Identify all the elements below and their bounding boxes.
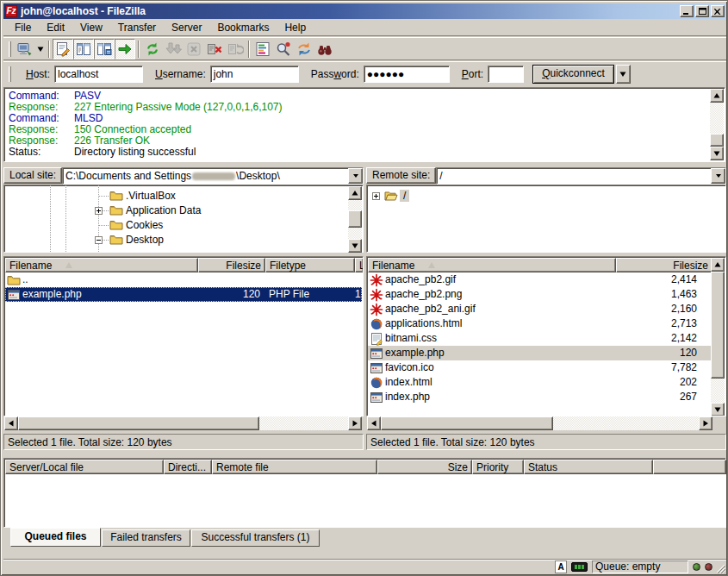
local-directory-tree[interactable]: .VirtualBoxApplication DataCookiesDeskto… — [3, 185, 364, 253]
file-row[interactable]: example.php120PHP File1 — [5, 287, 362, 302]
column-header-filename[interactable]: Filename — [368, 258, 616, 272]
file-row[interactable]: bitnami.css2,142 — [368, 331, 711, 346]
reconnect-button[interactable] — [225, 39, 246, 59]
local-list-hscrollbar[interactable] — [4, 416, 362, 430]
scroll-left-button[interactable] — [367, 416, 381, 430]
quickconnect-button[interactable]: Quickconnect — [532, 65, 614, 84]
menu-bookmarks[interactable]: Bookmarks — [209, 20, 277, 35]
menu-file[interactable]: File — [7, 20, 39, 35]
site-manager-button[interactable] — [14, 39, 34, 59]
column-header-filesize[interactable]: Filesize — [616, 258, 712, 272]
tree-item[interactable]: Cookies — [126, 219, 163, 231]
scroll-left-button[interactable] — [4, 416, 18, 430]
scroll-down-button[interactable] — [711, 403, 725, 416]
file-row[interactable]: apache_pb2.gif2,414 — [368, 272, 711, 287]
tree-item[interactable]: Desktop — [126, 234, 164, 246]
scroll-down-button[interactable] — [348, 239, 362, 253]
tree-expander-plus[interactable] — [95, 207, 103, 215]
local-tree-scrollbar[interactable] — [348, 186, 362, 253]
scroll-up-button[interactable] — [710, 89, 724, 103]
file-row[interactable]: applications.html2,713 — [368, 316, 711, 331]
title-bar[interactable]: Fz john@localhost - FileZilla — [3, 3, 726, 19]
host-input[interactable]: localhost — [54, 66, 143, 83]
scroll-thumb[interactable] — [18, 416, 259, 430]
remote-list-vscrollbar[interactable] — [711, 258, 725, 416]
file-row[interactable]: example.php120 — [368, 346, 711, 360]
minimize-button[interactable] — [680, 5, 694, 17]
queue-column-size[interactable]: Size — [377, 460, 472, 474]
scroll-thumb[interactable] — [711, 272, 725, 379]
disconnect-button[interactable] — [204, 39, 225, 59]
remote-list-hscrollbar[interactable] — [367, 416, 712, 430]
username-input[interactable]: john — [210, 66, 299, 83]
maximize-button[interactable] — [695, 5, 709, 17]
tree-expander-plus[interactable] — [372, 192, 380, 200]
local-path-dropdown-button[interactable] — [348, 168, 363, 184]
scroll-up-button[interactable] — [348, 186, 362, 200]
scroll-thumb[interactable] — [348, 210, 362, 228]
site-manager-dropdown-button[interactable] — [34, 39, 46, 59]
port-input[interactable] — [488, 66, 524, 83]
local-site-path-combo[interactable]: C:\Documents and Settings\Desktop\ — [62, 167, 364, 185]
quickconnect-dropdown-button[interactable] — [616, 65, 631, 84]
column-header-filetype[interactable]: Filetype — [265, 258, 355, 272]
queue-column-serverlocalfile[interactable]: Server/Local file — [5, 460, 164, 474]
tree-expander-minus[interactable] — [95, 236, 103, 244]
toggle-local-tree-button[interactable] — [73, 39, 94, 59]
refresh-button[interactable] — [142, 39, 163, 59]
cancel-operation-button[interactable] — [184, 39, 204, 59]
column-header-l[interactable]: L — [355, 258, 364, 272]
toggle-remote-tree-button[interactable] — [94, 39, 115, 59]
menu-help[interactable]: Help — [277, 20, 314, 35]
tab-successful-transfers-1-[interactable]: Successful transfers (1) — [191, 529, 320, 547]
menu-edit[interactable]: Edit — [39, 20, 72, 35]
scroll-right-button[interactable] — [348, 416, 362, 430]
column-header-filesize[interactable]: Filesize — [198, 258, 265, 272]
find-files-button[interactable] — [314, 39, 335, 59]
file-row[interactable]: apache_pb2_ani.gif2,160 — [368, 302, 711, 316]
directory-comparison-button[interactable] — [273, 39, 294, 59]
scroll-down-button[interactable] — [710, 147, 724, 160]
file-row[interactable]: index.php267 — [368, 390, 711, 404]
remote-site-path-combo[interactable]: / — [436, 167, 726, 185]
transfer-queue: Server/Local fileDirecti...Remote fileSi… — [3, 458, 726, 528]
tree-item[interactable]: .VirtualBox — [126, 190, 176, 202]
remote-path-dropdown-button[interactable] — [711, 168, 725, 184]
synchronized-browsing-button[interactable] — [294, 39, 314, 59]
tree-item[interactable]: Application Data — [126, 204, 201, 216]
tree-item[interactable]: / — [400, 190, 409, 202]
file-row[interactable]: apache_pb2.png1,463 — [368, 287, 711, 302]
file-row[interactable]: .. — [5, 272, 362, 287]
password-input[interactable]: ●●●●●● — [364, 66, 450, 83]
column-header-filename[interactable]: Filename — [5, 258, 198, 272]
toggle-message-log-button[interactable] — [53, 39, 73, 59]
local-file-list[interactable]: FilenameFilesizeFiletypeL..example.php12… — [3, 256, 364, 416]
scroll-up-button[interactable] — [711, 258, 725, 272]
process-queue-button[interactable] — [163, 39, 184, 59]
menu-server[interactable]: Server — [164, 20, 209, 35]
arrow-down-icon — [352, 242, 358, 249]
scroll-right-button[interactable] — [699, 416, 712, 430]
queue-column-priority[interactable]: Priority — [472, 460, 524, 474]
queue-column-blank[interactable] — [653, 460, 726, 474]
menu-transfer[interactable]: Transfer — [110, 20, 164, 35]
speed-limits-icon[interactable] — [571, 562, 588, 572]
file-row[interactable]: index.html202 — [368, 375, 711, 390]
menu-view[interactable]: View — [72, 20, 110, 35]
scroll-thumb[interactable] — [381, 416, 553, 430]
tab-failed-transfers[interactable]: Failed transfers — [102, 529, 190, 547]
tab-queued-files[interactable]: Queued files — [10, 528, 101, 547]
directory-listing-filters-button[interactable] — [252, 39, 273, 59]
toggle-transfer-queue-button[interactable] — [115, 39, 135, 59]
message-log-scrollbar[interactable] — [710, 89, 724, 160]
remote-file-list[interactable]: FilenameFilesizeapache_pb2.gif2,414apach… — [366, 256, 726, 416]
queue-column-remotefile[interactable]: Remote file — [212, 460, 377, 474]
close-button[interactable] — [711, 5, 725, 17]
transfer-queue-body[interactable] — [5, 474, 725, 526]
file-row[interactable]: favicon.ico7,782 — [368, 360, 711, 375]
remote-directory-tree[interactable]: / — [366, 185, 726, 253]
queue-column-status[interactable]: Status — [524, 460, 653, 474]
resize-grip[interactable] — [714, 562, 725, 573]
scroll-thumb[interactable] — [710, 134, 724, 147]
queue-column-directi[interactable]: Directi... — [164, 460, 212, 474]
